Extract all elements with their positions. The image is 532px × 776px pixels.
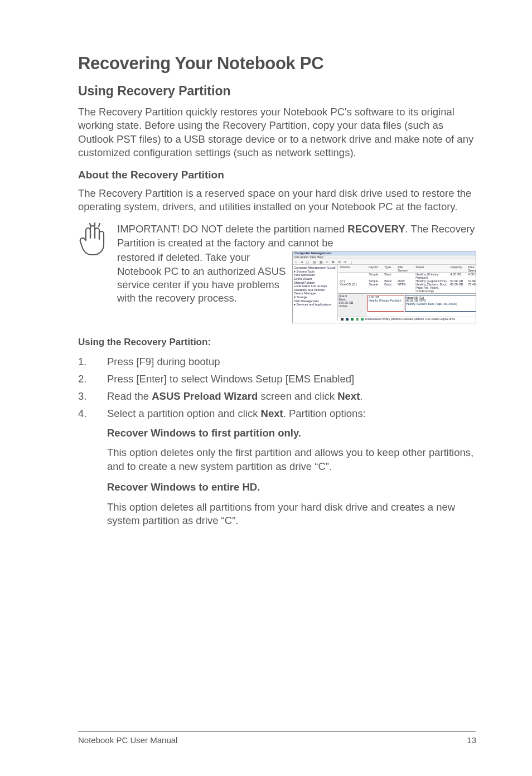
page-title: Recovering Your Notebook PC xyxy=(78,54,476,74)
option-heading: Recover Windows to entire HD. xyxy=(107,480,476,495)
option-text: This option deletes only the first parti… xyxy=(107,446,476,473)
sub-heading: Using the Recovery Partition: xyxy=(78,337,476,348)
page-number: 13 xyxy=(467,735,476,745)
paragraph: The Recovery Partition quickly restores … xyxy=(78,105,476,160)
section-heading: About the Recovery Partition xyxy=(78,169,476,181)
list-item: Select a partition option and click Next… xyxy=(78,406,476,528)
steps-list: Press [F9] during bootup Press [Enter] t… xyxy=(78,355,476,528)
svg-line-0 xyxy=(90,224,91,226)
paragraph: The Recovery Partition is a reserved spa… xyxy=(78,187,476,214)
toolbar: ⇦ ➡ ▢ ▤ ▦ ✂ ✖ ⚙ ↺ ⋮ xyxy=(293,259,476,265)
option-heading: Recover Windows to first partition only. xyxy=(107,426,476,441)
important-text: IMPORTANT! DO NOT delete the partition n… xyxy=(117,222,476,250)
legend: Unallocated Primary partition Extended p… xyxy=(338,317,476,321)
volume-table: VolumeLayoutTypeFile SystemStatusCapacit… xyxy=(338,265,476,293)
section-heading: Using Recovery Partition xyxy=(78,84,476,99)
nav-tree: Computer Management (Local) ▸ System Too… xyxy=(293,265,338,321)
list-item: Press [F9] during bootup xyxy=(78,355,476,370)
svg-line-2 xyxy=(99,224,100,226)
menu-bar: File Action View Help xyxy=(293,255,476,259)
option-text: This option deletes all partitions from … xyxy=(107,501,476,528)
list-item: Press [Enter] to select Windows Setup [E… xyxy=(78,372,476,387)
disk-management-screenshot: Computer Management File Action View Hel… xyxy=(292,251,476,323)
important-icon xyxy=(78,222,112,257)
footer-left: Notebook PC User Manual xyxy=(78,735,177,745)
window-title: Computer Management xyxy=(293,251,476,255)
important-continued: restored if deleted. Take your Notebook … xyxy=(117,251,292,305)
list-item: Read the ASUS Preload Wizard screen and … xyxy=(78,389,476,404)
disk-layout: Disk 0 Basic 149.05 GB Online 4.00 GBHea… xyxy=(338,293,476,317)
